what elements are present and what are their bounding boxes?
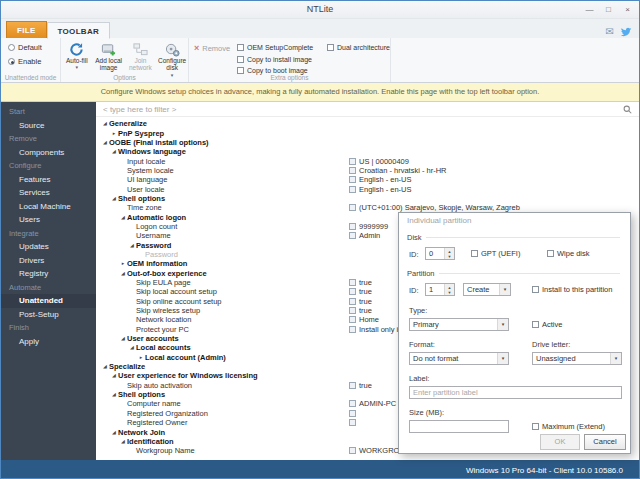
spinner-arrows-icon[interactable]: ▲▼	[444, 284, 454, 295]
tree-row[interactable]: ◢Windows language	[96, 147, 639, 156]
expander-icon[interactable]: ◢	[110, 194, 118, 203]
sidebar-item-users[interactable]: Users	[1, 213, 96, 227]
checkbox-install-to-partition[interactable]: Install to this partition	[532, 285, 612, 294]
close-button[interactable]: ×	[618, 2, 637, 17]
sidebar-item-components[interactable]: Components	[1, 146, 96, 160]
maximize-button[interactable]: □	[599, 2, 618, 17]
tree-row[interactable]: ◢OOBE (Final install options)	[96, 138, 639, 147]
size-input[interactable]	[409, 420, 509, 433]
type-dropdown[interactable]: Primary▾	[409, 318, 509, 331]
social-links: ✉	[606, 23, 632, 41]
checkbox-gpt-uefi[interactable]: GPT (UEFI)	[471, 249, 520, 258]
partition-id-spinner[interactable]: 1 ▲▼	[425, 283, 455, 296]
tree-item-label: Network location	[136, 315, 191, 324]
sidebar-item-registry[interactable]: Registry	[1, 267, 96, 281]
checkbox-active[interactable]: Active	[532, 320, 562, 329]
tree-item-value[interactable]: Install only i	[349, 325, 398, 334]
checkbox-maximum-extend[interactable]: Maximum (Extend)	[532, 422, 605, 431]
tree-item-value[interactable]: English - en-US	[349, 175, 412, 184]
tree-item-value[interactable]: true	[349, 381, 372, 390]
tree-item-value[interactable]: US | 00000409	[349, 156, 409, 165]
partition-label-input[interactable]	[409, 386, 622, 399]
expander-icon[interactable]: ▸	[110, 129, 118, 138]
expander-icon[interactable]: ▸	[119, 259, 127, 268]
expander-icon[interactable]: ◢	[110, 147, 118, 156]
configure-disk-button[interactable]: Configure disk ▾	[156, 40, 188, 77]
sidebar-item-local-machine[interactable]: Local Machine	[1, 200, 96, 214]
sidebar-item-updates[interactable]: Updates	[1, 240, 96, 254]
filter-input[interactable]	[103, 105, 619, 114]
radio-icon	[8, 44, 15, 51]
email-icon[interactable]: ✉	[606, 27, 614, 37]
tree-item-value[interactable]: Home	[349, 315, 379, 324]
expander-icon[interactable]: ◢	[110, 390, 118, 399]
tree-item-value[interactable]: true	[349, 306, 372, 315]
ok-button[interactable]: OK	[540, 434, 580, 450]
autofill-button[interactable]: Auto-fill ▾	[61, 40, 93, 77]
tree-item-value[interactable]: ADMIN-PC	[349, 399, 396, 408]
drive-letter-dropdown[interactable]: Unassigned▾	[532, 352, 622, 365]
radio-default[interactable]: Default	[8, 43, 60, 52]
expander-icon[interactable]: ◢	[119, 269, 127, 278]
tree-row[interactable]: UI languageEnglish - en-US	[96, 175, 639, 184]
tab-toolbar[interactable]: TOOLBAR	[47, 22, 111, 39]
tree-item-label: Registered Organization	[127, 409, 208, 418]
expander-icon[interactable]: ▸	[137, 353, 145, 362]
tree-item-value[interactable]: Croatian - hrvatski - hr-HR	[349, 166, 447, 175]
remove-button[interactable]: × Remove	[194, 44, 230, 53]
expander-icon[interactable]: ◢	[119, 213, 127, 222]
tree-item-label: Out-of-box experience	[127, 269, 207, 278]
tree-row[interactable]: User localeEnglish - en-US	[96, 184, 639, 193]
sidebar-item-unattended[interactable]: Unattended	[1, 294, 96, 308]
search-icon[interactable]	[623, 100, 632, 118]
tree-item-value[interactable]: true	[349, 287, 372, 296]
checkbox-dual-architecture[interactable]: Dual architecture	[327, 44, 390, 51]
tab-file[interactable]: FILE	[6, 21, 47, 38]
sidebar-item-drivers[interactable]: Drivers	[1, 254, 96, 268]
tree-item-value[interactable]: true	[349, 278, 372, 287]
expander-icon[interactable]: ◢	[128, 343, 136, 352]
expander-icon[interactable]: ◢	[110, 371, 118, 380]
cancel-button[interactable]: Cancel	[584, 434, 626, 450]
disk-id-spinner[interactable]: 0 ▲▼	[425, 247, 455, 260]
expander-icon[interactable]: ◢	[128, 241, 136, 250]
tree-row[interactable]: Input localeUS | 00000409	[96, 156, 639, 165]
expander-icon[interactable]: ◢	[101, 119, 109, 128]
edit-icon	[349, 382, 356, 389]
expander-icon[interactable]: ◢	[101, 362, 109, 371]
checkbox-icon	[237, 44, 244, 51]
spinner-arrows-icon[interactable]: ▲▼	[444, 248, 454, 259]
sidebar-item-apply[interactable]: Apply	[1, 335, 96, 349]
expander-icon[interactable]: ◢	[101, 138, 109, 147]
minimize-button[interactable]: —	[580, 2, 599, 17]
sidebar-item-services[interactable]: Services	[1, 186, 96, 200]
tree-item-value[interactable]: English - en-US	[349, 184, 412, 193]
tree-item-value[interactable]: Admin	[349, 231, 380, 240]
tree-item-label: Identification	[127, 437, 174, 446]
checkbox-wipe-disk[interactable]: Wipe disk	[547, 249, 590, 258]
twitter-icon[interactable]	[620, 23, 632, 41]
sidebar-item-source[interactable]: Source	[1, 119, 96, 133]
tree-row[interactable]: System localeCroatian - hrvatski - hr-HR	[96, 166, 639, 175]
sidebar-item-post-setup[interactable]: Post-Setup	[1, 308, 96, 322]
tree-row[interactable]: ◢Generalize	[96, 119, 639, 128]
add-local-image-button[interactable]: Add local image	[93, 40, 125, 77]
expander-icon[interactable]: ◢	[110, 428, 118, 437]
tree-item-value[interactable]	[349, 418, 359, 427]
format-dropdown[interactable]: Do not format▾	[409, 352, 509, 365]
checkbox-oem-setupcomplete[interactable]: OEM SetupComplete	[237, 44, 313, 51]
expander-icon[interactable]: ◢	[119, 437, 127, 446]
tree-row[interactable]: ▸PnP Sysprep	[96, 128, 639, 137]
create-dropdown[interactable]: Create▾	[463, 283, 511, 296]
tree-item-value[interactable]: true	[349, 297, 372, 306]
tree-item-value[interactable]	[349, 409, 359, 418]
tree-item-value[interactable]: 9999999	[349, 222, 388, 231]
checkbox-copy-to-install-image[interactable]: Copy to install image	[237, 56, 313, 63]
radio-enable[interactable]: Enable	[8, 57, 60, 66]
join-network-button[interactable]: Join network	[125, 40, 157, 77]
checkbox-copy-to-boot-image[interactable]: Copy to boot image	[237, 67, 313, 74]
tree-row[interactable]: ◢Shell options	[96, 194, 639, 203]
radio-checked-icon	[8, 58, 15, 65]
sidebar-item-features[interactable]: Features	[1, 173, 96, 187]
expander-icon[interactable]: ◢	[119, 334, 127, 343]
